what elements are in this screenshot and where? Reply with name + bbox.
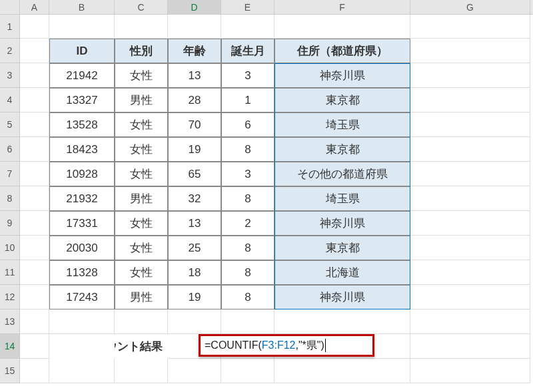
col-header-A[interactable]: A bbox=[20, 0, 49, 14]
formula-input-cell[interactable]: =COUNTIF(F3:F12,"*県") bbox=[199, 334, 374, 357]
row-header-8[interactable]: 8 bbox=[0, 186, 20, 211]
row-header-14[interactable]: 14 bbox=[0, 334, 20, 359]
cell-A13[interactable] bbox=[20, 309, 49, 334]
cell-F12[interactable]: 神奈川県 bbox=[274, 285, 410, 309]
cell-G7[interactable] bbox=[410, 162, 530, 186]
cell-B11[interactable]: 11328 bbox=[49, 260, 115, 285]
cell-A10[interactable] bbox=[20, 236, 49, 260]
row-header-2[interactable]: 2 bbox=[0, 39, 20, 63]
cell-G1[interactable] bbox=[410, 15, 530, 39]
cell-D4[interactable]: 28 bbox=[168, 88, 221, 112]
cell-A5[interactable] bbox=[20, 112, 49, 137]
cell-A12[interactable] bbox=[20, 285, 49, 309]
cell-G13[interactable] bbox=[410, 309, 530, 334]
cell-F6[interactable]: 東京都 bbox=[274, 137, 410, 162]
cell-F8[interactable]: 埼玉県 bbox=[274, 186, 410, 211]
row-header-15[interactable]: 15 bbox=[0, 359, 20, 383]
cell-C12[interactable]: 男性 bbox=[115, 285, 168, 309]
cell-E3[interactable]: 3 bbox=[221, 63, 274, 88]
cell-B14[interactable] bbox=[49, 334, 115, 359]
count-label[interactable]: カウント結果 bbox=[115, 334, 168, 359]
cell-B3[interactable]: 21942 bbox=[49, 63, 115, 88]
cell-G11[interactable] bbox=[410, 260, 530, 285]
cell-A3[interactable] bbox=[20, 63, 49, 88]
cell-G14[interactable] bbox=[410, 334, 530, 359]
cell-E12[interactable]: 8 bbox=[221, 285, 274, 309]
row-header-11[interactable]: 11 bbox=[0, 260, 20, 285]
header-age[interactable]: 年齢 bbox=[168, 39, 221, 63]
cell-C13[interactable] bbox=[115, 309, 168, 334]
cell-A1[interactable] bbox=[20, 15, 49, 39]
cell-B9[interactable]: 17331 bbox=[49, 211, 115, 236]
cell-B15[interactable] bbox=[49, 359, 115, 383]
cell-G2[interactable] bbox=[410, 39, 530, 63]
cell-B8[interactable]: 21932 bbox=[49, 186, 115, 211]
cell-D15[interactable] bbox=[168, 359, 221, 383]
col-header-E[interactable]: E bbox=[221, 0, 274, 14]
cell-C15[interactable] bbox=[115, 359, 168, 383]
cell-D5[interactable]: 70 bbox=[168, 112, 221, 137]
cell-E1[interactable] bbox=[221, 15, 274, 39]
cell-D11[interactable]: 18 bbox=[168, 260, 221, 285]
cell-C5[interactable]: 女性 bbox=[115, 112, 168, 137]
cell-G10[interactable] bbox=[410, 236, 530, 260]
cell-D10[interactable]: 25 bbox=[168, 236, 221, 260]
cell-E11[interactable]: 8 bbox=[221, 260, 274, 285]
spreadsheet[interactable]: A B C D E F G 1 2 ID 性別 年齢 誕生月 住所（都道府県） … bbox=[0, 0, 533, 392]
cell-D6[interactable]: 19 bbox=[168, 137, 221, 162]
header-birth-month[interactable]: 誕生月 bbox=[221, 39, 274, 63]
cell-C11[interactable]: 女性 bbox=[115, 260, 168, 285]
row-header-13[interactable]: 13 bbox=[0, 309, 20, 334]
row-header-4[interactable]: 4 bbox=[0, 88, 20, 112]
cell-C8[interactable]: 男性 bbox=[115, 186, 168, 211]
cell-A14[interactable] bbox=[20, 334, 49, 359]
cell-A4[interactable] bbox=[20, 88, 49, 112]
cell-C7[interactable]: 女性 bbox=[115, 162, 168, 186]
col-header-F[interactable]: F bbox=[274, 0, 410, 14]
cell-C1[interactable] bbox=[115, 15, 168, 39]
row-header-5[interactable]: 5 bbox=[0, 112, 20, 137]
row-header-10[interactable]: 10 bbox=[0, 236, 20, 260]
cell-C6[interactable]: 女性 bbox=[115, 137, 168, 162]
cell-F5[interactable]: 埼玉県 bbox=[274, 112, 410, 137]
col-header-B[interactable]: B bbox=[49, 0, 115, 14]
row-header-7[interactable]: 7 bbox=[0, 162, 20, 186]
cell-E8[interactable]: 8 bbox=[221, 186, 274, 211]
cell-G15[interactable] bbox=[410, 359, 530, 383]
cell-A15[interactable] bbox=[20, 359, 49, 383]
cell-B7[interactable]: 10928 bbox=[49, 162, 115, 186]
cell-B1[interactable] bbox=[49, 15, 115, 39]
cell-A9[interactable] bbox=[20, 211, 49, 236]
cell-F15[interactable] bbox=[274, 359, 410, 383]
cell-B5[interactable]: 13528 bbox=[49, 112, 115, 137]
cell-A8[interactable] bbox=[20, 186, 49, 211]
cell-E10[interactable]: 8 bbox=[221, 236, 274, 260]
cell-D13[interactable] bbox=[168, 309, 221, 334]
cell-G3[interactable] bbox=[410, 63, 530, 88]
cell-A2[interactable] bbox=[20, 39, 49, 63]
cell-G8[interactable] bbox=[410, 186, 530, 211]
cell-F4[interactable]: 東京都 bbox=[274, 88, 410, 112]
cell-A6[interactable] bbox=[20, 137, 49, 162]
row-header-3[interactable]: 3 bbox=[0, 63, 20, 88]
cell-C4[interactable]: 男性 bbox=[115, 88, 168, 112]
cell-D7[interactable]: 65 bbox=[168, 162, 221, 186]
cell-F7[interactable]: その他の都道府県 bbox=[274, 162, 410, 186]
select-all-corner[interactable] bbox=[0, 0, 20, 14]
cell-E7[interactable]: 3 bbox=[221, 162, 274, 186]
cell-G12[interactable] bbox=[410, 285, 530, 309]
cell-F3[interactable]: 神奈川県 bbox=[274, 63, 410, 88]
cell-E5[interactable]: 6 bbox=[221, 112, 274, 137]
col-header-G[interactable]: G bbox=[410, 0, 530, 14]
cell-D12[interactable]: 19 bbox=[168, 285, 221, 309]
row-header-9[interactable]: 9 bbox=[0, 211, 20, 236]
cell-D8[interactable]: 32 bbox=[168, 186, 221, 211]
header-sex[interactable]: 性別 bbox=[115, 39, 168, 63]
cell-G4[interactable] bbox=[410, 88, 530, 112]
cell-D9[interactable]: 13 bbox=[168, 211, 221, 236]
cell-E4[interactable]: 1 bbox=[221, 88, 274, 112]
cell-F13[interactable] bbox=[274, 309, 410, 334]
cell-C3[interactable]: 女性 bbox=[115, 63, 168, 88]
cell-F9[interactable]: 神奈川県 bbox=[274, 211, 410, 236]
cell-F1[interactable] bbox=[274, 15, 410, 39]
